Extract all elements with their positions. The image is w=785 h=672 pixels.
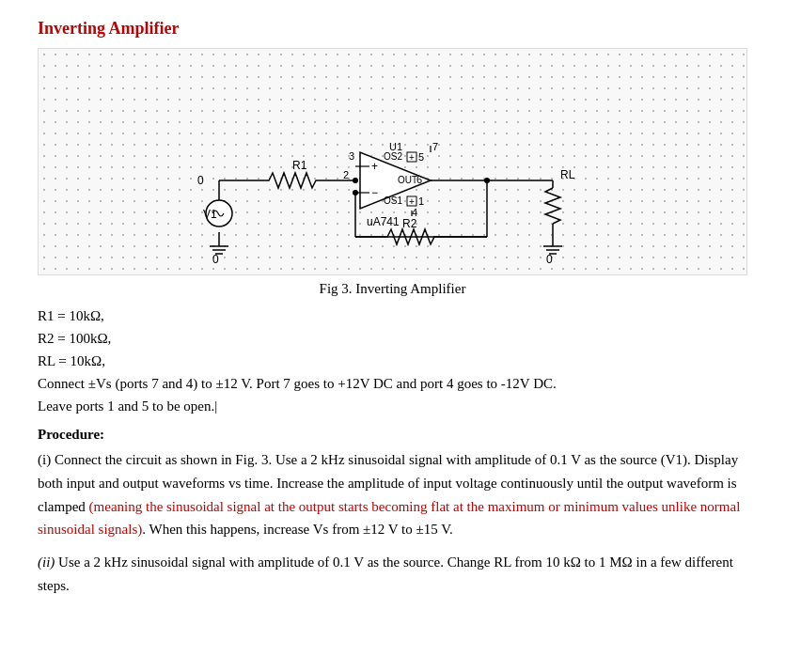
svg-text:OS2: OS2 xyxy=(384,151,402,162)
svg-text:+: + xyxy=(409,196,415,207)
svg-point-11 xyxy=(353,178,358,183)
svg-text:6: 6 xyxy=(416,174,422,185)
svg-text:−: − xyxy=(371,186,378,199)
svg-text:7: 7 xyxy=(432,141,438,152)
spec-rl: RL = 10kΩ, xyxy=(38,350,747,372)
svg-text:+: + xyxy=(409,152,415,163)
svg-point-47 xyxy=(353,190,358,195)
spec-voltage: Connect ±Vs (ports 7 and 4) to ±12 V. Po… xyxy=(38,372,747,395)
svg-text:+: + xyxy=(371,160,378,173)
para2-roman: (ii) xyxy=(38,555,55,570)
svg-text:uA741: uA741 xyxy=(367,215,400,228)
fig-caption: Fig 3. Inverting Amplifier xyxy=(38,281,747,297)
ground-label-left: 0 xyxy=(212,253,219,265)
circuit-svg: 0 V1 0 R1 U1 xyxy=(130,58,656,265)
para1: (i) Connect the circuit as shown in Fig.… xyxy=(38,448,747,541)
procedure-title: Procedure: xyxy=(38,427,747,443)
svg-text:OUT: OUT xyxy=(398,175,417,185)
svg-text:R2: R2 xyxy=(402,217,417,230)
circuit-diagram-area: 0 V1 0 R1 U1 xyxy=(38,48,747,275)
svg-text:OS1: OS1 xyxy=(384,195,402,206)
specs-block: R1 = 10kΩ, R2 = 100kΩ, RL = 10kΩ, Connec… xyxy=(38,305,747,417)
svg-text:R1: R1 xyxy=(292,159,307,172)
spec-ports: Leave ports 1 and 5 to be open.| xyxy=(38,395,747,417)
svg-text:RL: RL xyxy=(560,168,575,181)
spec-r2: R2 = 100kΩ, xyxy=(38,327,747,350)
svg-text:0: 0 xyxy=(197,174,204,187)
svg-text:1: 1 xyxy=(418,195,424,207)
para2: (ii) Use a 2 kHz sinusoidal signal with … xyxy=(38,551,747,598)
svg-text:0: 0 xyxy=(546,253,553,265)
spec-r1: R1 = 10kΩ, xyxy=(38,305,747,327)
svg-text:5: 5 xyxy=(418,151,424,163)
page-title: Inverting Amplifier xyxy=(38,19,747,39)
svg-text:3: 3 xyxy=(349,150,354,162)
svg-text:2: 2 xyxy=(343,169,349,180)
svg-text:V1: V1 xyxy=(203,208,217,221)
para2-text: Use a 2 kHz sinusoidal signal with ampli… xyxy=(38,555,733,593)
para1-suffix: . When this happens, increase Vs from ±1… xyxy=(142,522,453,537)
